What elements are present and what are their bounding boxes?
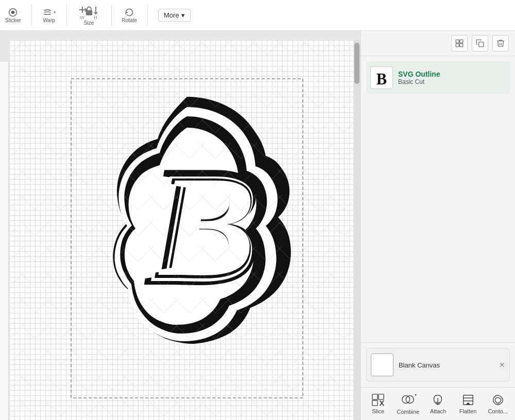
slice-button[interactable]: Slice <box>365 393 391 414</box>
svg-rect-23 <box>372 394 377 399</box>
size-tool[interactable]: W H Size <box>77 5 101 26</box>
group-button[interactable] <box>451 35 468 51</box>
sticker-tool[interactable]: Sticker <box>5 7 21 23</box>
ruler-vertical <box>0 62 9 420</box>
svg-rect-1 <box>85 10 92 15</box>
layer-info: SVG Outline Basic Cut <box>398 70 506 85</box>
svg-rect-16 <box>71 79 303 398</box>
more-button[interactable]: More ▾ <box>158 9 191 22</box>
warp-tool[interactable]: ▾ Warp <box>42 7 56 23</box>
rotate-tool[interactable]: Rotate <box>122 7 137 23</box>
svg-rect-17 <box>456 40 459 43</box>
toolbar: Sticker ▾ Warp W H <box>0 0 515 31</box>
svg-text:B: B <box>153 143 257 311</box>
blank-canvas-section: Blank Canvas ✕ <box>361 342 515 387</box>
layer-thumbnail: B <box>370 66 393 89</box>
flatten-button[interactable]: Flatten <box>455 393 481 414</box>
layer-name: SVG Outline <box>398 70 506 78</box>
sep2 <box>66 5 67 26</box>
svg-rect-21 <box>479 42 484 47</box>
svg-text:B: B <box>376 71 387 88</box>
svg-text:B: B <box>150 139 259 316</box>
scrollbar-thumb[interactable] <box>354 43 359 84</box>
sep4 <box>147 5 148 26</box>
layers-list: B SVG Outline Basic Cut <box>361 56 515 342</box>
blank-canvas-thumb <box>371 354 393 376</box>
contour-button[interactable]: Conto... <box>485 393 511 414</box>
canvas-grid[interactable]: B B B B <box>9 40 360 420</box>
blank-canvas-label: Blank Canvas <box>399 361 440 369</box>
right-panel: Layers Color Sync B <box>360 0 515 420</box>
svg-rect-20 <box>460 44 463 47</box>
bottom-actions: Slice ▾ Combine Attach <box>361 387 515 420</box>
design-svg[interactable]: B B B B <box>76 81 298 390</box>
lock-icon[interactable] <box>84 6 94 17</box>
svg-rect-19 <box>456 44 459 47</box>
sep1 <box>31 5 32 26</box>
layer-item[interactable]: B SVG Outline Basic Cut <box>366 61 510 94</box>
canvas-scrollbar[interactable] <box>353 40 360 420</box>
duplicate-button[interactable] <box>472 35 488 51</box>
svg-rect-24 <box>379 394 384 399</box>
delete-button[interactable] <box>492 35 509 51</box>
svg-rect-25 <box>372 400 377 406</box>
blank-canvas-item[interactable]: Blank Canvas ✕ <box>366 348 510 382</box>
selection-border <box>68 76 305 400</box>
panel-toolbar <box>361 31 515 56</box>
close-blank-canvas[interactable]: ✕ <box>499 361 505 369</box>
layer-type: Basic Cut <box>398 78 506 85</box>
svg-rect-18 <box>460 40 463 43</box>
combine-button[interactable]: ▾ Combine <box>395 393 421 415</box>
sep3 <box>111 5 112 26</box>
svg-text:B: B <box>158 146 256 306</box>
canvas-area: 8 9 10 11 12 13 14 15 <box>0 31 360 420</box>
attach-button[interactable]: Attach <box>425 393 451 414</box>
svg-text:B: B <box>143 129 263 323</box>
